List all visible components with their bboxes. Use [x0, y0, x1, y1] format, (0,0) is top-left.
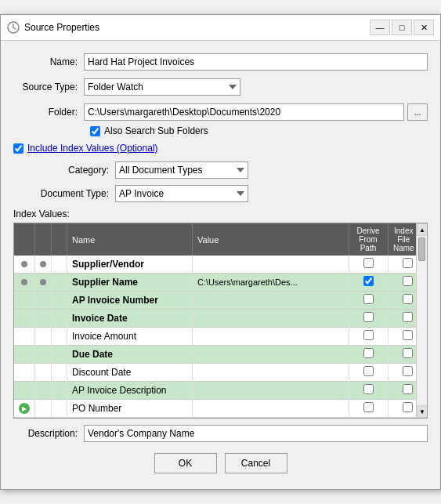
col-value-cell: C:\Users\margareth\Des... [193, 274, 349, 292]
index-checkbox[interactable] [403, 384, 413, 394]
folder-label: Folder: [13, 107, 84, 118]
col-dot-1 [14, 382, 35, 400]
derive-checkbox[interactable] [363, 402, 374, 412]
col-derive-cell[interactable] [349, 400, 388, 418]
col-value-cell [193, 328, 349, 346]
name-label: Name: [13, 56, 84, 67]
col-derive-cell[interactable] [349, 310, 388, 328]
index-checkbox[interactable] [403, 402, 413, 412]
col-dot-3 [52, 400, 67, 418]
index-checkbox[interactable] [403, 276, 413, 286]
col-value-cell [193, 256, 349, 274]
include-index-checkbox[interactable] [13, 143, 23, 154]
name-row: Name: [13, 53, 428, 71]
col-name-cell: PO Number [67, 400, 193, 418]
source-type-label: Source Type: [13, 82, 84, 92]
col-dot-2 [35, 382, 52, 400]
index-checkbox[interactable] [403, 348, 413, 358]
derive-checkbox[interactable] [363, 330, 374, 340]
col-dot-1 [14, 310, 35, 328]
col-dot-3 [52, 310, 67, 328]
col-name-cell: Discount Date [67, 364, 193, 382]
col-dot-2 [35, 346, 52, 364]
ok-button[interactable]: OK [154, 453, 217, 473]
title-bar: Source Properties — □ ✕ [1, 15, 440, 41]
col-dot-3 [52, 328, 67, 346]
col-value-cell [193, 292, 349, 310]
scroll-down-button[interactable]: ▼ [417, 405, 428, 418]
table-row: ▶ PO Number [14, 400, 427, 418]
col-dot-1 [14, 274, 35, 292]
col-derive-cell[interactable] [349, 256, 388, 274]
window-icon [7, 21, 20, 34]
sub-folders-label[interactable]: Also Search Sub Folders [104, 125, 208, 136]
col-dot-2 [35, 274, 52, 292]
col-dot-2 [35, 364, 52, 382]
derive-checkbox[interactable] [363, 294, 374, 304]
include-index-row: Include Index Values (Optional) [13, 143, 428, 154]
col-dot-2 [35, 256, 52, 274]
table-row: Supplier/Vendor [14, 256, 427, 274]
col-value-cell [193, 382, 349, 400]
description-label: Description: [13, 428, 84, 439]
cancel-button[interactable]: Cancel [225, 453, 287, 473]
include-index-label[interactable]: Include Index Values (Optional) [27, 143, 158, 154]
derive-checkbox[interactable] [363, 366, 374, 376]
title-bar-left: Source Properties [7, 21, 99, 34]
scroll-up-button[interactable]: ▲ [417, 223, 428, 236]
content-area: Name: Source Type: Folder Watch Scanner … [1, 41, 440, 489]
sub-folders-checkbox[interactable] [90, 126, 100, 136]
source-type-row: Source Type: Folder Watch Scanner Email … [13, 78, 428, 96]
col-dot-3 [52, 274, 67, 292]
col-dot-2 [35, 292, 52, 310]
col-header-2 [35, 223, 52, 256]
derive-checkbox[interactable] [363, 312, 374, 322]
col-dot-1 [14, 364, 35, 382]
folder-row: Folder: ... [13, 103, 428, 121]
derive-checkbox[interactable] [363, 348, 374, 358]
col-dot-3 [52, 382, 67, 400]
minimize-button[interactable]: — [370, 20, 390, 35]
col-derive-cell[interactable] [349, 364, 388, 382]
table-row: Invoice Amount [14, 328, 427, 346]
document-type-select[interactable]: AP Invoice Invoice Other [115, 185, 248, 202]
col-name-cell: Invoice Date [67, 310, 193, 328]
source-type-select[interactable]: Folder Watch Scanner Email Manual [84, 78, 240, 96]
col-header-3 [52, 223, 67, 256]
index-checkbox[interactable] [403, 294, 413, 304]
col-dot-3 [52, 292, 67, 310]
close-button[interactable]: ✕ [414, 20, 434, 35]
col-derive-cell[interactable] [349, 346, 388, 364]
derive-checkbox[interactable] [363, 258, 374, 268]
description-input[interactable] [84, 425, 428, 442]
button-row: OK Cancel [13, 453, 428, 477]
folder-input[interactable] [84, 103, 404, 121]
index-checkbox[interactable] [403, 366, 413, 376]
col-dot-2 [35, 400, 52, 418]
index-checkbox[interactable] [403, 312, 413, 322]
derive-checkbox[interactable] [363, 276, 374, 286]
col-dot-3 [52, 346, 67, 364]
table-row: Invoice Date [14, 310, 427, 328]
col-dot-1 [14, 292, 35, 310]
table-scrollbar[interactable]: ▲ ▼ [416, 223, 427, 418]
table-row: AP Invoice Description [14, 382, 427, 400]
col-name-cell: AP Invoice Number [67, 292, 193, 310]
maximize-button[interactable]: □ [392, 20, 412, 35]
col-value-cell [193, 364, 349, 382]
category-select[interactable]: All Document Types [115, 161, 248, 179]
browse-button[interactable]: ... [407, 103, 428, 121]
name-input[interactable] [84, 53, 428, 71]
derive-checkbox[interactable] [363, 384, 374, 394]
col-dot-1 [14, 328, 35, 346]
col-derive-cell[interactable] [349, 292, 388, 310]
index-checkbox[interactable] [403, 258, 413, 268]
col-name-cell: Due Date [67, 346, 193, 364]
index-checkbox[interactable] [403, 330, 413, 340]
scroll-thumb[interactable] [418, 237, 425, 261]
col-derive-cell[interactable] [349, 382, 388, 400]
col-dot-2 [35, 328, 52, 346]
col-derive-cell[interactable] [349, 328, 388, 346]
col-derive-cell[interactable] [349, 274, 388, 292]
col-name-cell: AP Invoice Description [67, 382, 193, 400]
